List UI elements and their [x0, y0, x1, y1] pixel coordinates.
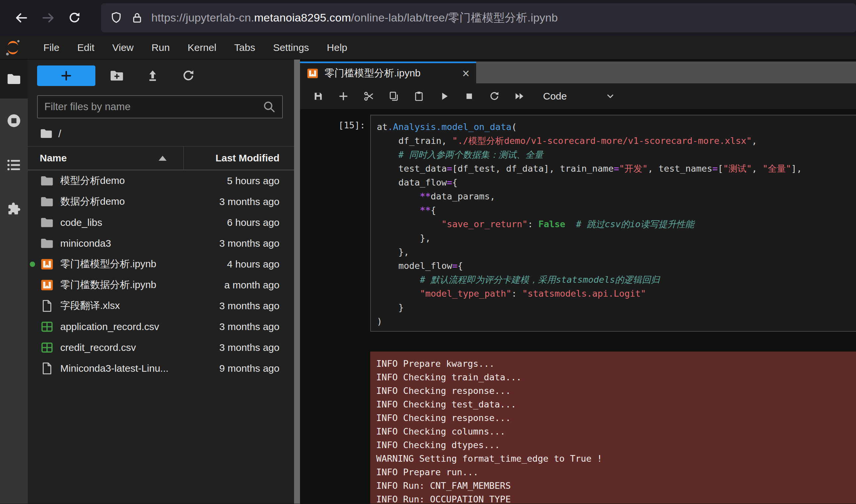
notebook-tab[interactable]: 零门槛模型分析.ipynb × — [300, 61, 476, 83]
sidebar-tab-file-browser[interactable] — [0, 59, 28, 98]
file-row[interactable]: code_libs6 hours ago — [28, 212, 294, 233]
code-line: "save_or_return": False # 跳过csv的io读写提升性能 — [377, 217, 856, 231]
code-line: }, — [377, 245, 856, 259]
file-last-modified: 6 hours ago — [227, 217, 279, 228]
file-name: code_libs — [60, 217, 227, 228]
upload-button[interactable] — [141, 66, 164, 86]
dock-tabbar: 零门槛模型分析.ipynb × — [300, 61, 856, 83]
restart-run-all-button[interactable] — [509, 87, 530, 106]
code-line: model_flow={ — [377, 259, 856, 273]
restart-kernel-button[interactable] — [484, 87, 504, 106]
browser-reload-button[interactable] — [63, 5, 86, 31]
url-prefix: https://jupyterlab-cn. — [151, 11, 254, 24]
new-folder-button[interactable] — [105, 66, 129, 86]
code-lines: at.Analysis.model_on_data( df_train, "./… — [377, 120, 856, 328]
restart-icon — [489, 91, 500, 102]
menu-item-tabs[interactable]: Tabs — [225, 36, 264, 59]
file-last-modified: 4 hours ago — [227, 258, 279, 270]
column-header-last-modified[interactable]: Last Modified — [216, 152, 279, 164]
tabbar-empty-area — [476, 61, 856, 83]
file-row[interactable]: 模型分析demo5 hours ago — [28, 170, 294, 191]
code-line: # 默认流程即为评分卡建模，采用statsmodels的逻辑回归 — [377, 273, 856, 287]
file-list: 模型分析demo5 hours ago数据分析demo3 months agoc… — [28, 170, 294, 504]
menu-item-edit[interactable]: Edit — [68, 36, 103, 59]
scissors-icon — [363, 91, 374, 102]
folder-icon — [6, 72, 21, 86]
stop-circle-icon — [6, 113, 21, 128]
filter-files-box — [37, 95, 283, 119]
new-folder-icon — [109, 69, 124, 82]
filter-files-input[interactable] — [38, 101, 262, 113]
menu-item-settings[interactable]: Settings — [264, 36, 318, 59]
browser-back-button[interactable] — [10, 5, 33, 31]
menu-item-run[interactable]: Run — [143, 36, 179, 59]
file-row[interactable]: Miniconda3-latest-Linu...9 months ago — [28, 358, 294, 379]
file-name: Miniconda3-latest-Linu... — [60, 363, 219, 374]
url-path: /online-lab/lab/tree/零门槛模型分析.ipynb — [351, 11, 558, 24]
run-icon — [439, 91, 450, 102]
csv-icon — [40, 320, 54, 334]
cut-cells-button[interactable] — [358, 87, 379, 106]
csv-icon — [40, 340, 54, 355]
file-name: 模型分析demo — [60, 174, 227, 187]
shield-icon[interactable] — [109, 11, 123, 24]
code-line: at.Analysis.model_on_data( — [377, 120, 856, 134]
log-line: INFO Run: CNT_FAM_MEMBERS — [376, 479, 856, 492]
file-row[interactable]: miniconda33 months ago — [28, 233, 294, 254]
menu-item-file[interactable]: File — [34, 36, 68, 59]
code-cell-editor[interactable]: at.Analysis.model_on_data( df_train, "./… — [370, 115, 856, 332]
sidebar-tab-extensions[interactable] — [0, 187, 28, 232]
lock-icon[interactable] — [131, 11, 143, 24]
save-button[interactable] — [308, 87, 328, 106]
browser-toolbar: https://jupyterlab-cn.metanoia8295.com/o… — [0, 0, 856, 36]
puzzle-icon — [6, 202, 21, 217]
refresh-button[interactable] — [177, 66, 200, 86]
file-row[interactable]: 零门槛数据分析.ipynba month ago — [28, 274, 294, 295]
sidebar-tab-running-kernels[interactable] — [0, 98, 28, 143]
new-launcher-button[interactable] — [37, 66, 96, 86]
interrupt-kernel-button[interactable] — [459, 87, 479, 106]
run-cell-button[interactable] — [434, 87, 454, 106]
menu-item-kernel[interactable]: Kernel — [179, 36, 225, 59]
cell-execution-prompt: [15]: — [300, 120, 365, 130]
file-row[interactable]: credit_record.csv3 months ago — [28, 337, 294, 358]
code-line: data_flow={ — [377, 176, 856, 190]
breadcrumb-root[interactable]: / — [58, 128, 61, 140]
file-browser-toolbar — [28, 64, 294, 88]
plus-icon — [338, 91, 349, 102]
address-bar[interactable]: https://jupyterlab-cn.metanoia8295.com/o… — [101, 3, 856, 32]
file-row[interactable]: 字段翻译.xlsx3 months ago — [28, 295, 294, 316]
log-line: INFO Checking test_data... — [376, 397, 856, 411]
sort-ascending-icon — [159, 156, 167, 161]
log-line: INFO Checking response... — [376, 411, 856, 425]
sidebar-tab-table-of-contents[interactable] — [0, 143, 28, 187]
file-row[interactable]: 数据分析demo3 months ago — [28, 191, 294, 212]
add-cell-button[interactable] — [333, 87, 354, 106]
chevron-down-icon[interactable] — [605, 91, 615, 101]
paste-cells-button[interactable] — [409, 87, 429, 106]
cell-type-select[interactable]: Code — [543, 91, 567, 102]
code-line: df_train, "./模型分析demo/v1-scorecard-more/… — [377, 134, 856, 148]
menu-item-help[interactable]: Help — [318, 36, 356, 59]
file-icon — [40, 299, 54, 313]
url-text: https://jupyterlab-cn.metanoia8295.com/o… — [151, 10, 558, 25]
browser-forward-button[interactable] — [36, 5, 59, 31]
home-folder-icon[interactable] — [40, 128, 53, 139]
file-last-modified: 5 hours ago — [227, 175, 279, 186]
list-icon — [6, 158, 21, 172]
file-name: miniconda3 — [60, 238, 219, 249]
menu-item-view[interactable]: View — [103, 36, 142, 59]
plus-icon — [59, 69, 73, 82]
column-header-name[interactable]: Name — [40, 152, 67, 164]
code-line: } — [377, 301, 856, 314]
panel-resize-handle[interactable] — [294, 59, 300, 504]
file-row[interactable]: 零门槛模型分析.ipynb4 hours ago — [28, 254, 294, 274]
jupyterlab-logo-icon — [5, 38, 20, 57]
refresh-icon — [182, 69, 195, 83]
notebook-toolbar: Code — [300, 83, 856, 109]
tab-close-button[interactable]: × — [462, 67, 469, 80]
file-row[interactable]: application_record.csv3 months ago — [28, 316, 294, 337]
copy-cells-button[interactable] — [383, 87, 404, 106]
file-name: 零门槛模型分析.ipynb — [60, 257, 227, 271]
log-line: INFO Checking dtypes... — [376, 438, 856, 452]
